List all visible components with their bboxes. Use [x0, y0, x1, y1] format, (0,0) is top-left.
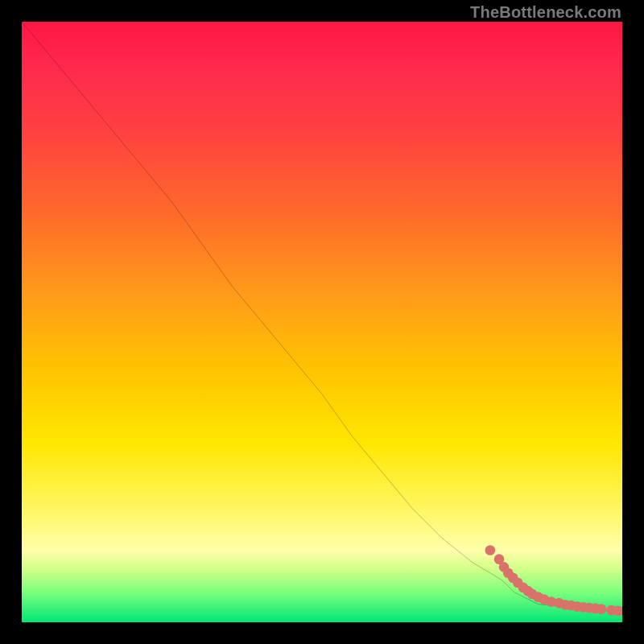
- chart-root: TheBottleneck.com: [0, 0, 644, 644]
- near-optimal-points: [485, 545, 622, 616]
- plot-area: [22, 22, 622, 622]
- data-point: [597, 604, 607, 614]
- watermark-text: TheBottleneck.com: [470, 3, 621, 22]
- chart-overlay: [22, 22, 622, 622]
- bottleneck-curve: [22, 22, 622, 612]
- data-point: [485, 545, 496, 555]
